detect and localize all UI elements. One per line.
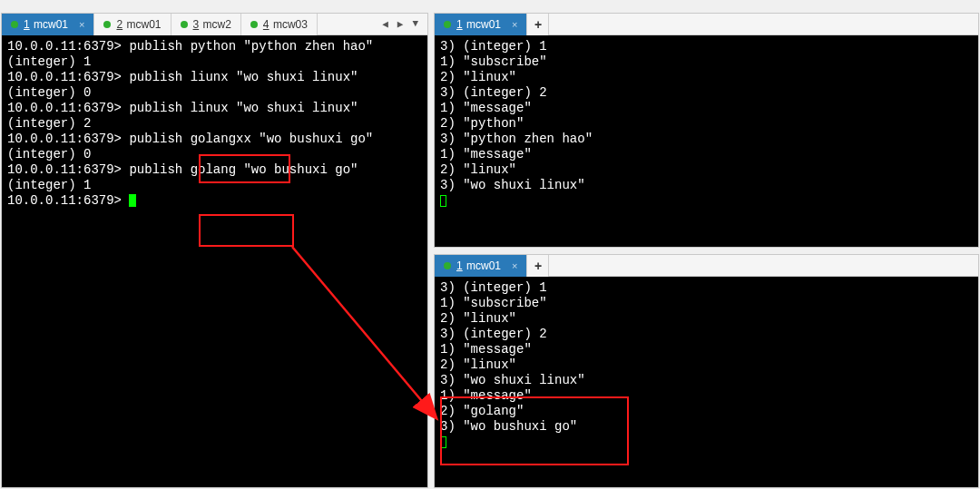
terminal-line: 1) "message": [440, 388, 973, 404]
terminal-line: 10.0.0.11:6379> publish golang "wo bushu…: [7, 162, 422, 178]
terminal-line: 3) (integer) 1: [440, 280, 973, 296]
terminal-line: 3) "wo shuxi linux": [440, 373, 973, 388]
tab-bar: 1 mcw01×+: [435, 255, 978, 277]
terminal-line: 10.0.0.11:6379> publish liunx "wo shuxi …: [7, 70, 422, 85]
cursor-icon: [129, 194, 136, 207]
close-icon[interactable]: ×: [79, 19, 84, 30]
new-tab-button[interactable]: +: [527, 255, 549, 277]
terminal-line: (integer) 0: [7, 147, 422, 162]
status-dot-icon: [181, 21, 188, 28]
close-icon[interactable]: ×: [512, 19, 517, 30]
terminal-line: 10.0.0.11:6379> publish golangxx "wo bus…: [7, 132, 422, 147]
tab-nav-left-icon[interactable]: ◀: [378, 16, 392, 32]
terminal-line: 1) "message": [440, 101, 973, 116]
status-dot-icon: [250, 21, 258, 28]
terminal-line: 1) "subscribe": [440, 296, 973, 311]
new-tab-button[interactable]: +: [527, 14, 549, 35]
cursor-icon: [440, 195, 446, 207]
terminal-line: [440, 193, 973, 209]
terminal-line: 10.0.0.11:6379>: [7, 193, 422, 209]
tab-nav-right-icon[interactable]: ▶: [394, 16, 407, 32]
tab-bar: 1 mcw01×2 mcw013 mcw24 mcw03 ◀ ▶ ▼: [2, 14, 427, 35]
terminal-line: 3) "python zhen hao": [440, 132, 973, 147]
terminal-line: 2) "linux": [440, 357, 973, 373]
tab-number: 4: [263, 18, 270, 31]
tab-nav-down-icon[interactable]: ▼: [408, 16, 422, 32]
status-dot-icon: [11, 21, 18, 28]
terminal-line: 3) (integer) 2: [440, 327, 973, 342]
status-dot-icon: [444, 21, 451, 28]
tab-nav: ◀ ▶ ▼: [378, 16, 427, 32]
terminal-line: (integer) 2: [7, 116, 422, 132]
terminal-line: 3) "wo shuxi linux": [440, 178, 973, 193]
terminal-line: (integer) 0: [7, 85, 422, 101]
tab-number: 1: [456, 18, 463, 31]
tab-mcw03-3[interactable]: 4 mcw03: [241, 14, 318, 35]
tab-label: 4 mcw03: [263, 18, 308, 31]
terminal-line: 1) "message": [440, 342, 973, 357]
terminal-line: 3) "wo bushuxi go": [440, 419, 973, 435]
tab-label: 1 mcw01: [456, 259, 501, 272]
tab-number: 1: [456, 259, 463, 272]
cursor-icon: [440, 436, 446, 448]
tab-mcw01-0[interactable]: 1 mcw01×: [435, 255, 527, 277]
terminal-line: [440, 435, 973, 450]
status-dot-icon: [103, 21, 111, 28]
terminal-line: 2) "golang": [440, 404, 973, 419]
terminal-line: 10.0.0.11:6379> publish linux "wo shuxi …: [7, 101, 422, 116]
tab-mcw01-0[interactable]: 1 mcw01×: [2, 14, 94, 35]
terminal-line: 2) "linux": [440, 162, 973, 178]
terminal[interactable]: 10.0.0.11:6379> publish python "python z…: [2, 35, 427, 487]
left-pane: 1 mcw01×2 mcw013 mcw24 mcw03 ◀ ▶ ▼ 10.0.…: [1, 13, 428, 488]
tab-number: 1: [24, 18, 30, 31]
terminal-line: 3) (integer) 2: [440, 85, 973, 101]
tab-mcw01-0[interactable]: 1 mcw01×: [435, 14, 527, 35]
terminal-line: (integer) 1: [7, 178, 422, 193]
terminal-line: 3) (integer) 1: [440, 39, 973, 54]
right-bottom-pane: 1 mcw01×+ 3) (integer) 11) "subscribe"2)…: [434, 254, 979, 488]
tab-bar: 1 mcw01×+: [435, 14, 978, 35]
tab-number: 2: [116, 18, 122, 31]
terminal-line: 1) "subscribe": [440, 54, 973, 70]
right-top-pane: 1 mcw01×+ 3) (integer) 11) "subscribe"2)…: [434, 13, 979, 248]
tab-mcw2-2[interactable]: 3 mcw2: [172, 14, 241, 35]
terminal-line: 1) "message": [440, 147, 973, 162]
tab-number: 3: [193, 18, 200, 31]
tab-label: 2 mcw01: [116, 18, 161, 31]
close-icon[interactable]: ×: [512, 260, 517, 271]
terminal-line: 2) "linux": [440, 70, 973, 85]
tab-label: 1 mcw01: [24, 18, 68, 31]
terminal-line: 10.0.0.11:6379> publish python "python z…: [7, 39, 422, 54]
terminal-line: 2) "python": [440, 116, 973, 132]
tab-mcw01-1[interactable]: 2 mcw01: [94, 14, 171, 35]
tab-label: 1 mcw01: [456, 18, 501, 31]
status-dot-icon: [444, 262, 451, 269]
tab-label: 3 mcw2: [193, 18, 231, 31]
terminal[interactable]: 3) (integer) 11) "subscribe"2) "linux"3)…: [435, 35, 978, 247]
terminal-line: (integer) 1: [7, 54, 422, 70]
terminal-line: 2) "linux": [440, 311, 973, 327]
terminal[interactable]: 3) (integer) 11) "subscribe"2) "linux"3)…: [435, 277, 978, 487]
